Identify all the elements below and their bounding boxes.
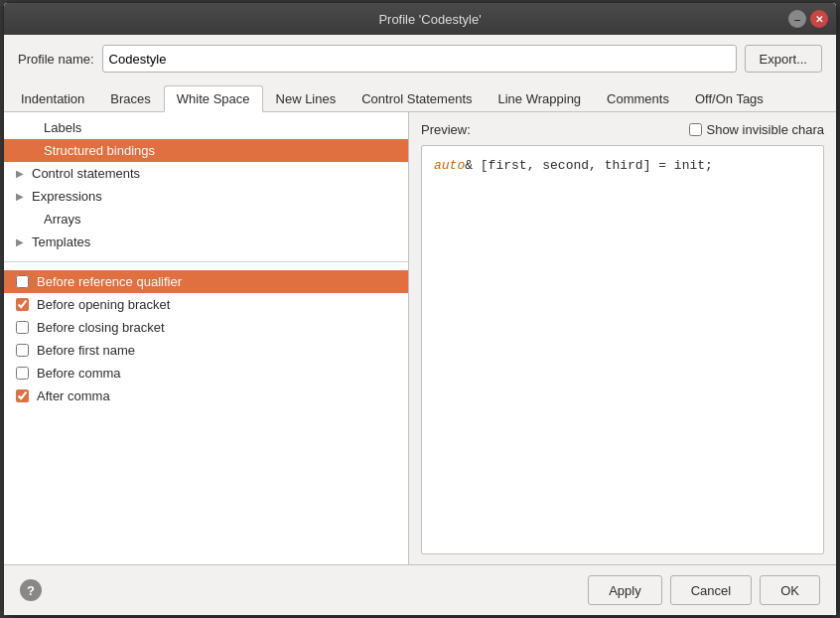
help-button[interactable]: ?	[20, 579, 42, 601]
tree-item-expressions[interactable]: ▶ Expressions	[4, 185, 408, 208]
option-before-reference-qualifier-label: Before reference qualifier	[37, 274, 182, 289]
content-area: Labels Structured bindings ▶ Control sta…	[4, 112, 836, 564]
tree-item-arrays[interactable]: Arrays	[4, 208, 408, 231]
bottom-buttons: Apply Cancel OK	[588, 575, 820, 605]
export-button[interactable]: Export...	[745, 45, 822, 73]
dialog: Profile 'Codestyle' – ✕ Profile name: Ex…	[3, 2, 837, 616]
tab-whitespace[interactable]: White Space	[164, 85, 263, 112]
checkbox-before-closing-bracket[interactable]	[16, 321, 29, 334]
tree-section: Labels Structured bindings ▶ Control sta…	[4, 112, 408, 257]
checkbox-after-comma[interactable]	[16, 389, 29, 402]
tree-item-control-statements-label: Control statements	[32, 166, 140, 181]
arrow-icon: ▶	[16, 168, 28, 179]
arrow-icon: ▶	[16, 191, 28, 202]
option-before-opening-bracket-label: Before opening bracket	[37, 297, 170, 312]
checkbox-before-reference-qualifier[interactable]	[16, 275, 29, 288]
tab-indentation[interactable]: Indentation	[8, 85, 97, 111]
tabs-bar: IndentationBracesWhite SpaceNew LinesCon…	[4, 82, 836, 112]
show-invisible-label: Show invisible chara	[706, 122, 824, 137]
title-bar: Profile 'Codestyle' – ✕	[4, 3, 836, 35]
ok-button[interactable]: OK	[760, 575, 820, 605]
left-panel: Labels Structured bindings ▶ Control sta…	[4, 112, 409, 564]
preview-code: auto& [first, second, third] = init;	[434, 158, 811, 173]
tree-item-templates-label: Templates	[32, 234, 90, 249]
show-invisible-row: Show invisible chara	[689, 122, 824, 137]
code-text: & [first, second, third] = init;	[465, 158, 713, 173]
tab-newlines[interactable]: New Lines	[263, 85, 350, 111]
tree-item-control-statements[interactable]: ▶ Control statements	[4, 162, 408, 185]
options-section: Before reference qualifier Before openin…	[4, 266, 408, 411]
option-before-reference-qualifier[interactable]: Before reference qualifier	[4, 270, 408, 293]
dialog-title: Profile 'Codestyle'	[71, 12, 788, 27]
title-bar-controls: – ✕	[788, 10, 828, 28]
tree-item-expressions-label: Expressions	[32, 189, 102, 204]
separator	[4, 261, 408, 262]
tab-comments[interactable]: Comments	[594, 85, 682, 111]
right-panel: Preview: Show invisible chara auto& [fir…	[409, 112, 836, 564]
checkbox-before-opening-bracket[interactable]	[16, 298, 29, 311]
tree-item-templates[interactable]: ▶ Templates	[4, 231, 408, 253]
option-before-first-name[interactable]: Before first name	[4, 339, 408, 362]
option-after-comma-label: After comma	[37, 388, 110, 403]
tree-item-arrays-label: Arrays	[44, 212, 81, 227]
preview-box: auto& [first, second, third] = init;	[421, 145, 824, 554]
tab-offontags[interactable]: Off/On Tags	[682, 85, 776, 111]
apply-button[interactable]: Apply	[588, 575, 662, 605]
option-before-comma[interactable]: Before comma	[4, 362, 408, 385]
tab-linewrapping[interactable]: Line Wrapping	[486, 85, 595, 111]
option-before-comma-label: Before comma	[37, 366, 121, 381]
tree-item-structured-bindings[interactable]: Structured bindings	[4, 139, 408, 162]
profile-row: Profile name: Export...	[4, 35, 836, 82]
preview-label: Preview:	[421, 122, 471, 137]
profile-name-label: Profile name:	[18, 52, 94, 67]
option-before-opening-bracket[interactable]: Before opening bracket	[4, 293, 408, 316]
tree-item-structured-bindings-label: Structured bindings	[44, 143, 155, 158]
close-button[interactable]: ✕	[810, 10, 828, 28]
tab-braces[interactable]: Braces	[97, 85, 163, 111]
code-keyword: auto	[434, 158, 465, 173]
show-invisible-checkbox[interactable]	[689, 123, 702, 136]
preview-header: Preview: Show invisible chara	[421, 122, 824, 137]
tab-controlstatements[interactable]: Control Statements	[349, 85, 485, 111]
minimize-button[interactable]: –	[788, 10, 806, 28]
option-after-comma[interactable]: After comma	[4, 385, 408, 407]
profile-name-input[interactable]	[102, 45, 737, 73]
tree-item-labels-label: Labels	[44, 120, 81, 135]
cancel-button[interactable]: Cancel	[670, 575, 752, 605]
option-before-closing-bracket-label: Before closing bracket	[37, 320, 165, 335]
tree-item-labels[interactable]: Labels	[4, 116, 408, 139]
checkbox-before-comma[interactable]	[16, 367, 29, 380]
option-before-closing-bracket[interactable]: Before closing bracket	[4, 316, 408, 339]
checkbox-before-first-name[interactable]	[16, 344, 29, 357]
bottom-bar: ? Apply Cancel OK	[4, 564, 836, 615]
option-before-first-name-label: Before first name	[37, 343, 135, 358]
arrow-icon: ▶	[16, 236, 28, 247]
